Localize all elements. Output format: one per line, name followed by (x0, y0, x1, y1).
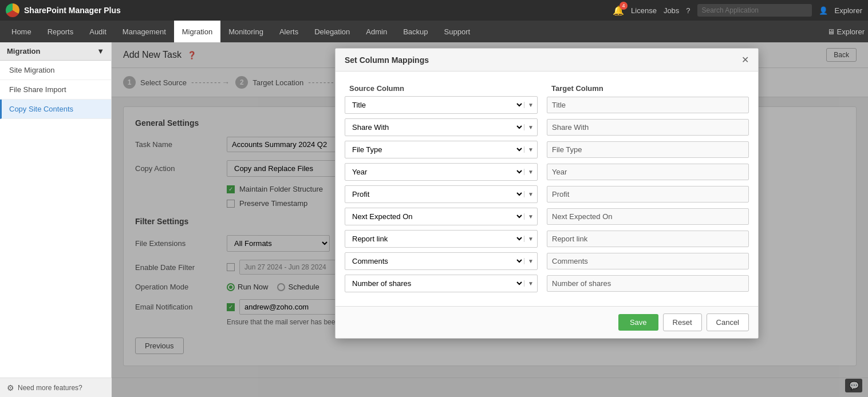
topbar: SharePoint Manager Plus 🔔 4 License Jobs… (0, 0, 868, 21)
sidebar-header: Migration ▼ (0, 42, 111, 61)
target-value-1: Share With (547, 119, 749, 136)
source-select-arrow-2[interactable]: ▼ (524, 146, 537, 153)
source-select-wrapper-4: Profit ▼ (345, 185, 538, 203)
source-select-6[interactable]: Report link (345, 231, 524, 247)
source-select-arrow-8[interactable]: ▼ (524, 280, 537, 287)
mapping-row-1: Share With ▼ Share With (345, 118, 749, 136)
source-select-wrapper-1: Share With ▼ (345, 118, 538, 136)
notification-count: 4 (620, 2, 628, 10)
set-column-mappings-modal: Set Column Mappings ✕ Source Column Targ… (335, 48, 759, 339)
modal-header: Set Column Mappings ✕ (336, 49, 758, 72)
source-select-arrow-4[interactable]: ▼ (524, 191, 537, 197)
help-icon[interactable]: ? (686, 6, 690, 15)
target-value-2: File Type (547, 141, 749, 158)
modal-body: Source Column Target Column Title ▼ Titl… (336, 72, 758, 306)
source-select-wrapper-6: Report link ▼ (345, 230, 538, 248)
target-value-4: Profit (547, 186, 749, 203)
nav-migration[interactable]: Migration (174, 21, 220, 42)
source-select-7[interactable]: Comments (345, 253, 524, 269)
source-select-wrapper-3: Year ▼ (345, 163, 538, 181)
sidebar-item-file-share-import[interactable]: File Share Import (0, 80, 111, 100)
nav-delegation[interactable]: Delegation (306, 21, 358, 42)
layout: Migration ▼ Site Migration File Share Im… (0, 42, 868, 397)
sidebar-item-site-migration[interactable]: Site Migration (0, 61, 111, 80)
user-menu[interactable]: 👤 (819, 6, 828, 15)
nav-alerts[interactable]: Alerts (271, 21, 306, 42)
mapping-row-0: Title ▼ Title (345, 96, 749, 114)
cancel-button[interactable]: Cancel (707, 313, 749, 331)
target-column-header: Target Column (551, 84, 744, 93)
mapping-row-4: Profit ▼ Profit (345, 185, 749, 203)
mapping-row-6: Report link ▼ Report link (345, 230, 749, 248)
target-value-5: Next Expected On (547, 208, 749, 225)
mapping-row-7: Comments ▼ Comments (345, 252, 749, 270)
source-select-arrow-1[interactable]: ▼ (524, 124, 537, 130)
source-select-4[interactable]: Profit (345, 186, 524, 203)
nav-audit[interactable]: Audit (81, 21, 115, 42)
source-column-header: Source Column (349, 84, 542, 93)
source-select-0[interactable]: Title (345, 97, 524, 113)
sidebar-title: Migration (7, 47, 41, 55)
search-input[interactable] (697, 4, 812, 17)
sidebar-collapse-icon[interactable]: ▼ (97, 47, 104, 55)
source-select-arrow-7[interactable]: ▼ (524, 258, 537, 264)
nav-reports[interactable]: Reports (40, 21, 82, 42)
mapping-row-3: Year ▼ Year (345, 163, 749, 181)
source-select-arrow-5[interactable]: ▼ (524, 213, 537, 220)
source-select-5[interactable]: Next Expected On (345, 208, 524, 225)
source-select-wrapper-0: Title ▼ (345, 96, 538, 114)
target-value-6: Report link (547, 231, 749, 247)
modal-overlay[interactable]: Set Column Mappings ✕ Source Column Targ… (112, 42, 868, 397)
features-text: Need more features? (18, 384, 82, 392)
app-name: SharePoint Manager Plus (24, 6, 121, 15)
source-select-1[interactable]: Share With (345, 119, 524, 136)
source-select-wrapper-5: Next Expected On ▼ (345, 208, 538, 225)
navbar: Home Reports Audit Management Migration … (0, 21, 868, 42)
source-select-wrapper-2: File Type ▼ (345, 141, 538, 158)
source-select-2[interactable]: File Type (345, 141, 524, 158)
save-button[interactable]: Save (618, 314, 658, 331)
nav-monitoring[interactable]: Monitoring (220, 21, 271, 42)
explorer-link[interactable]: Explorer (835, 6, 862, 15)
mapping-row-5: Next Expected On ▼ Next Expected On (345, 208, 749, 225)
target-value-8: Number of shares (547, 275, 749, 292)
sidebar-item-copy-site-contents[interactable]: Copy Site Contents (0, 100, 111, 119)
mapping-header: Source Column Target Column (345, 81, 749, 96)
mapping-row-8: Number of shares ▼ Number of shares (345, 275, 749, 292)
source-select-arrow-3[interactable]: ▼ (524, 169, 537, 175)
source-select-wrapper-7: Comments ▼ (345, 252, 538, 270)
app-logo-icon (6, 3, 19, 17)
jobs-link[interactable]: Jobs (664, 6, 679, 15)
nav-admin[interactable]: Admin (358, 21, 395, 42)
nav-home[interactable]: Home (3, 21, 40, 42)
target-value-0: Title (547, 97, 749, 113)
topbar-right: 🔔 4 License Jobs ? 👤 Explorer (613, 4, 862, 17)
nav-management[interactable]: Management (115, 21, 174, 42)
source-select-wrapper-8: Number of shares ▼ (345, 275, 538, 292)
source-select-3[interactable]: Year (345, 164, 524, 180)
sidebar: Migration ▼ Site Migration File Share Im… (0, 42, 112, 397)
mapping-row-2: File Type ▼ File Type (345, 141, 749, 158)
license-link[interactable]: License (631, 6, 657, 15)
modal-title: Set Column Mappings (345, 55, 429, 65)
main-content: Add New Task ❓ Back 1 Select Source ----… (112, 42, 868, 397)
target-value-3: Year (547, 164, 749, 180)
nav-backup[interactable]: Backup (395, 21, 436, 42)
modal-footer: Save Reset Cancel (336, 306, 758, 338)
target-value-7: Comments (547, 253, 749, 269)
source-select-arrow-0[interactable]: ▼ (524, 102, 537, 108)
features-gear-icon: ⚙ (7, 383, 14, 392)
reset-button[interactable]: Reset (663, 313, 702, 331)
source-select-8[interactable]: Number of shares (345, 275, 524, 292)
source-select-arrow-6[interactable]: ▼ (524, 236, 537, 242)
nav-support[interactable]: Support (436, 21, 479, 42)
topbar-left: SharePoint Manager Plus (6, 3, 121, 17)
modal-close-icon[interactable]: ✕ (741, 54, 749, 65)
notification-bell[interactable]: 🔔 4 (613, 5, 624, 16)
explorer-button[interactable]: 🖥 Explorer (827, 27, 865, 36)
